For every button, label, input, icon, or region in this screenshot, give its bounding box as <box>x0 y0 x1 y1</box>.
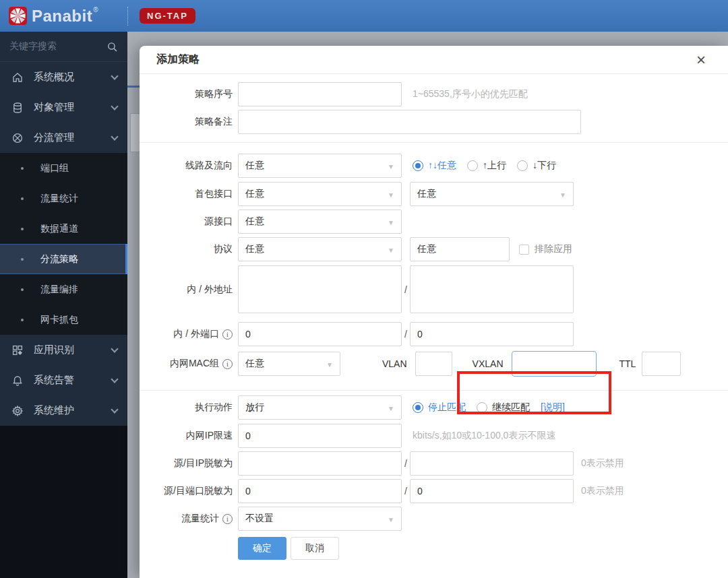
protocol-label: 协议 <box>140 243 233 255</box>
sidebar-item-traffic-stats[interactable]: 流量统计 <box>0 183 127 214</box>
source-if-select[interactable]: 任意 <box>238 210 402 234</box>
radio-direction-down[interactable]: ↓下行 <box>517 160 556 172</box>
vxlan-label: VXLAN <box>473 358 504 369</box>
src-ip-mask-input[interactable] <box>238 451 402 476</box>
protocol-select[interactable]: 任意 <box>238 237 402 261</box>
exclude-app-label: 排除应用 <box>535 243 572 255</box>
vxlan-input[interactable] <box>512 351 597 377</box>
dialog-header: 添加策略 × <box>140 46 728 74</box>
sidebar: 关键字搜索 系统概况 对象管理 分流管理 端口组 流量统计 <box>0 32 127 578</box>
addresses-label: 内 / 外地址 <box>140 284 233 296</box>
cancel-button[interactable]: 取消 <box>291 537 339 560</box>
sidebar-search[interactable]: 关键字搜索 <box>0 32 127 62</box>
bullet-icon <box>21 228 24 230</box>
sidebar-item-traffic-orchestration[interactable]: 流量编排 <box>0 274 127 304</box>
inner-port-input[interactable] <box>238 322 402 346</box>
ip-mask-label: 源/目IP脱敏为 <box>140 457 233 470</box>
radio-continue-match[interactable]: 继续匹配 <box>477 402 530 414</box>
row-traffic-stat: 流量统计 不设置 <box>140 507 728 531</box>
dropdown-caret-icon <box>388 189 394 199</box>
source-if-label: 源接口 <box>140 216 233 228</box>
info-icon[interactable] <box>222 514 233 524</box>
chevron-down-icon <box>111 133 118 140</box>
policy-note-input[interactable] <box>238 110 581 134</box>
vlan-input[interactable] <box>415 352 452 376</box>
ttl-input[interactable] <box>642 352 681 376</box>
sidebar-item-system-alerts[interactable]: 系统告警 <box>0 365 127 395</box>
row-action: 执行动作 放行 停止匹配 继续匹配 [说明] <box>140 395 728 420</box>
action-label: 执行动作 <box>140 402 233 414</box>
bullet-icon <box>21 167 24 170</box>
panabit-pinwheel-icon <box>9 7 27 25</box>
sidebar-item-nic-capture[interactable]: 网卡抓包 <box>0 304 127 335</box>
row-port-mask: 源/目端口脱敏为 / 0表示禁用 <box>140 479 728 503</box>
port-mask-label: 源/目端口脱敏为 <box>140 485 233 497</box>
radio-direction-up[interactable]: ↑上行 <box>467 160 506 172</box>
policy-no-input[interactable] <box>238 82 402 106</box>
ttl-label: TTL <box>619 358 636 369</box>
dialog-buttons: 确定 取消 <box>238 537 728 560</box>
info-icon[interactable] <box>222 329 233 340</box>
bell-icon <box>10 375 25 387</box>
sidebar-item-split-policy-active[interactable]: 分流策略 <box>0 244 127 274</box>
search-placeholder: 关键字搜索 <box>9 40 57 53</box>
radio-label: 停止匹配 <box>428 402 466 414</box>
select-value: 不设置 <box>245 513 274 525</box>
ip-mask-hint: 0表示禁用 <box>581 457 624 470</box>
row-mac-vlan: 内网MAC组 任意 VLAN VXLAN TTL <box>140 351 728 377</box>
inner-address-textarea[interactable] <box>238 265 402 313</box>
select-value: 任意 <box>245 216 264 228</box>
bullet-icon <box>21 288 24 291</box>
chevron-down-icon <box>111 406 118 413</box>
exclude-app-checkbox[interactable] <box>519 245 529 255</box>
bullet-icon <box>21 197 24 200</box>
radio-stop-match[interactable]: 停止匹配 <box>413 402 466 414</box>
sidebar-item-label: 端口组 <box>40 162 69 174</box>
radio-icon <box>467 160 478 171</box>
info-icon[interactable] <box>222 359 233 369</box>
traffic-stat-select[interactable]: 不设置 <box>238 507 402 531</box>
line-select[interactable]: 任意 <box>238 154 402 178</box>
close-icon[interactable]: × <box>696 52 706 68</box>
row-line-direction: 线路及流向 任意 ↑↓任意 ↑上行 ↓下行 <box>140 154 728 178</box>
row-policy-no: 策略序号 1~65535,序号小的优先匹配 <box>140 82 728 106</box>
brand-logo: Panabit ® <box>0 0 127 32</box>
radio-direction-any[interactable]: ↑↓任意 <box>413 160 456 172</box>
explanation-link[interactable]: [说明] <box>541 402 565 414</box>
mac-group-select[interactable]: 任意 <box>238 352 340 376</box>
sidebar-item-traffic-splitting[interactable]: 分流管理 <box>0 123 127 153</box>
policy-note-label: 策略备注 <box>140 116 233 128</box>
sidebar-item-system-maintenance[interactable]: 系统维护 <box>0 395 127 426</box>
sidebar-item-label: 分流策略 <box>40 253 78 265</box>
protocol-app-input[interactable] <box>410 237 510 261</box>
sidebar-item-data-channel[interactable]: 数据通道 <box>0 214 127 244</box>
outer-address-textarea[interactable] <box>410 265 574 313</box>
src-port-mask-input[interactable] <box>238 479 402 503</box>
action-select[interactable]: 放行 <box>238 395 402 420</box>
sidebar-filler <box>0 426 127 578</box>
chevron-down-icon <box>111 102 118 110</box>
ip-limit-input[interactable] <box>238 424 402 448</box>
sidebar-item-label: 流量编排 <box>40 284 78 296</box>
sidebar-item-app-identification[interactable]: 应用识别 <box>0 335 127 365</box>
sidebar-item-port-group[interactable]: 端口组 <box>0 153 127 183</box>
dst-port-mask-input[interactable] <box>410 479 574 503</box>
first-packet-select-2[interactable]: 任意 <box>410 182 574 206</box>
ok-button[interactable]: 确定 <box>238 537 286 560</box>
dst-ip-mask-input[interactable] <box>410 451 574 476</box>
product-badge: NG-TAP <box>140 8 195 24</box>
gear-icon <box>10 405 25 417</box>
sidebar-item-label: 应用识别 <box>34 344 112 356</box>
vlan-label: VLAN <box>382 358 407 369</box>
slash-separator: / <box>402 486 410 496</box>
row-source-if: 源接口 任意 <box>140 210 728 234</box>
outer-port-input[interactable] <box>410 322 574 346</box>
search-icon[interactable] <box>107 41 118 53</box>
add-policy-dialog: 添加策略 × 策略序号 1~65535,序号小的优先匹配 策略备注 线路及流向 … <box>140 46 728 578</box>
sidebar-item-object-management[interactable]: 对象管理 <box>0 92 127 123</box>
policy-no-label: 策略序号 <box>140 88 233 100</box>
first-packet-select-1[interactable]: 任意 <box>238 182 402 206</box>
select-value: 任意 <box>245 188 264 200</box>
sidebar-item-system-overview[interactable]: 系统概况 <box>0 62 127 92</box>
port-mask-hint: 0表示禁用 <box>581 485 624 497</box>
